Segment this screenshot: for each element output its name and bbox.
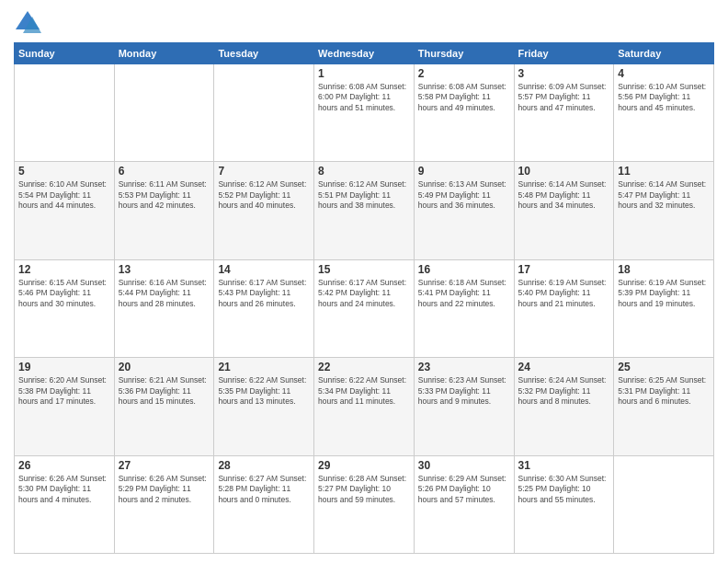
day-number: 1 — [318, 67, 410, 80]
day-number: 13 — [119, 263, 210, 276]
logo — [14, 9, 45, 35]
day-number: 6 — [119, 165, 210, 178]
day-info: Sunrise: 6:14 AM Sunset: 5:47 PM Dayligh… — [618, 179, 710, 211]
calendar-cell: 5Sunrise: 6:10 AM Sunset: 5:54 PM Daylig… — [15, 162, 115, 259]
calendar-cell: 2Sunrise: 6:08 AM Sunset: 5:58 PM Daylig… — [414, 64, 514, 162]
day-number: 18 — [618, 263, 710, 276]
day-number: 20 — [119, 361, 210, 373]
day-number: 12 — [18, 263, 110, 276]
day-number: 31 — [518, 459, 610, 472]
day-number: 17 — [518, 263, 610, 276]
calendar-cell: 4Sunrise: 6:10 AM Sunset: 5:56 PM Daylig… — [614, 64, 714, 162]
calendar-cell: 30Sunrise: 6:29 AM Sunset: 5:26 PM Dayli… — [414, 455, 514, 553]
day-number: 15 — [318, 263, 410, 276]
day-info: Sunrise: 6:29 AM Sunset: 5:26 PM Dayligh… — [418, 474, 510, 505]
day-info: Sunrise: 6:08 AM Sunset: 5:58 PM Dayligh… — [418, 82, 510, 113]
day-number: 4 — [618, 67, 710, 80]
header — [14, 9, 714, 35]
day-number: 7 — [218, 165, 310, 178]
calendar-cell — [614, 455, 714, 553]
calendar-cell: 18Sunrise: 6:19 AM Sunset: 5:39 PM Dayli… — [614, 259, 714, 357]
day-number: 10 — [518, 165, 610, 178]
day-info: Sunrise: 6:12 AM Sunset: 5:51 PM Dayligh… — [318, 179, 410, 211]
day-info: Sunrise: 6:12 AM Sunset: 5:52 PM Dayligh… — [218, 179, 310, 211]
calendar-cell: 21Sunrise: 6:22 AM Sunset: 5:35 PM Dayli… — [214, 358, 314, 455]
day-number: 2 — [418, 67, 510, 80]
day-info: Sunrise: 6:09 AM Sunset: 5:57 PM Dayligh… — [518, 82, 610, 113]
day-info: Sunrise: 6:14 AM Sunset: 5:48 PM Dayligh… — [518, 179, 610, 211]
calendar-cell: 14Sunrise: 6:17 AM Sunset: 5:43 PM Dayli… — [214, 259, 314, 357]
calendar-cell: 1Sunrise: 6:08 AM Sunset: 6:00 PM Daylig… — [314, 64, 415, 162]
day-number: 11 — [618, 165, 710, 178]
day-info: Sunrise: 6:26 AM Sunset: 5:30 PM Dayligh… — [18, 474, 110, 505]
day-info: Sunrise: 6:10 AM Sunset: 5:56 PM Dayligh… — [618, 82, 710, 113]
day-info: Sunrise: 6:27 AM Sunset: 5:28 PM Dayligh… — [218, 474, 310, 505]
day-info: Sunrise: 6:13 AM Sunset: 5:49 PM Dayligh… — [418, 179, 510, 211]
weekday-header-monday: Monday — [114, 43, 214, 64]
calendar-cell: 13Sunrise: 6:16 AM Sunset: 5:44 PM Dayli… — [114, 259, 214, 357]
week-row-2: 5Sunrise: 6:10 AM Sunset: 5:54 PM Daylig… — [15, 162, 714, 259]
day-info: Sunrise: 6:20 AM Sunset: 5:38 PM Dayligh… — [18, 375, 110, 407]
day-number: 8 — [318, 165, 410, 178]
calendar-cell — [114, 64, 214, 162]
calendar-cell: 27Sunrise: 6:26 AM Sunset: 5:29 PM Dayli… — [114, 455, 214, 553]
week-row-1: 1Sunrise: 6:08 AM Sunset: 6:00 PM Daylig… — [15, 64, 714, 162]
day-info: Sunrise: 6:11 AM Sunset: 5:53 PM Dayligh… — [119, 179, 210, 211]
week-row-3: 12Sunrise: 6:15 AM Sunset: 5:46 PM Dayli… — [15, 259, 714, 357]
day-number: 5 — [18, 165, 110, 178]
calendar-cell: 9Sunrise: 6:13 AM Sunset: 5:49 PM Daylig… — [414, 162, 514, 259]
calendar-cell: 29Sunrise: 6:28 AM Sunset: 5:27 PM Dayli… — [314, 455, 415, 553]
calendar-cell: 28Sunrise: 6:27 AM Sunset: 5:28 PM Dayli… — [214, 455, 314, 553]
day-number: 14 — [218, 263, 310, 276]
day-info: Sunrise: 6:10 AM Sunset: 5:54 PM Dayligh… — [18, 179, 110, 211]
calendar-cell: 16Sunrise: 6:18 AM Sunset: 5:41 PM Dayli… — [414, 259, 514, 357]
calendar-table: SundayMondayTuesdayWednesdayThursdayFrid… — [14, 42, 714, 554]
calendar-cell: 7Sunrise: 6:12 AM Sunset: 5:52 PM Daylig… — [214, 162, 314, 259]
weekday-header-friday: Friday — [514, 43, 614, 64]
week-row-5: 26Sunrise: 6:26 AM Sunset: 5:30 PM Dayli… — [15, 455, 714, 553]
day-info: Sunrise: 6:21 AM Sunset: 5:36 PM Dayligh… — [119, 375, 210, 407]
day-number: 29 — [318, 459, 410, 472]
day-info: Sunrise: 6:18 AM Sunset: 5:41 PM Dayligh… — [418, 278, 510, 309]
day-info: Sunrise: 6:17 AM Sunset: 5:43 PM Dayligh… — [218, 278, 310, 309]
day-number: 30 — [418, 459, 510, 472]
day-info: Sunrise: 6:16 AM Sunset: 5:44 PM Dayligh… — [119, 278, 210, 309]
day-number: 26 — [18, 459, 110, 472]
weekday-header-wednesday: Wednesday — [314, 43, 415, 64]
calendar-cell: 10Sunrise: 6:14 AM Sunset: 5:48 PM Dayli… — [514, 162, 614, 259]
calendar-cell: 26Sunrise: 6:26 AM Sunset: 5:30 PM Dayli… — [15, 455, 115, 553]
calendar-cell: 24Sunrise: 6:24 AM Sunset: 5:32 PM Dayli… — [514, 358, 614, 455]
day-number: 28 — [218, 459, 310, 472]
day-info: Sunrise: 6:19 AM Sunset: 5:39 PM Dayligh… — [618, 278, 710, 309]
weekday-header-tuesday: Tuesday — [214, 43, 314, 64]
calendar-cell: 17Sunrise: 6:19 AM Sunset: 5:40 PM Dayli… — [514, 259, 614, 357]
weekday-header-saturday: Saturday — [614, 43, 714, 64]
calendar-cell: 6Sunrise: 6:11 AM Sunset: 5:53 PM Daylig… — [114, 162, 214, 259]
day-number: 3 — [518, 67, 610, 80]
day-number: 23 — [418, 361, 510, 373]
calendar-cell: 22Sunrise: 6:22 AM Sunset: 5:34 PM Dayli… — [314, 358, 415, 455]
calendar-cell: 20Sunrise: 6:21 AM Sunset: 5:36 PM Dayli… — [114, 358, 214, 455]
day-info: Sunrise: 6:22 AM Sunset: 5:35 PM Dayligh… — [218, 375, 310, 407]
day-info: Sunrise: 6:19 AM Sunset: 5:40 PM Dayligh… — [518, 278, 610, 309]
calendar-cell: 15Sunrise: 6:17 AM Sunset: 5:42 PM Dayli… — [314, 259, 415, 357]
calendar-cell: 11Sunrise: 6:14 AM Sunset: 5:47 PM Dayli… — [614, 162, 714, 259]
day-info: Sunrise: 6:22 AM Sunset: 5:34 PM Dayligh… — [318, 375, 410, 407]
day-number: 27 — [119, 459, 210, 472]
calendar-cell: 25Sunrise: 6:25 AM Sunset: 5:31 PM Dayli… — [614, 358, 714, 455]
day-number: 19 — [18, 361, 110, 373]
calendar-cell: 12Sunrise: 6:15 AM Sunset: 5:46 PM Dayli… — [15, 259, 115, 357]
calendar-cell: 31Sunrise: 6:30 AM Sunset: 5:25 PM Dayli… — [514, 455, 614, 553]
day-info: Sunrise: 6:08 AM Sunset: 6:00 PM Dayligh… — [318, 82, 410, 113]
day-info: Sunrise: 6:17 AM Sunset: 5:42 PM Dayligh… — [318, 278, 410, 309]
weekday-header-row: SundayMondayTuesdayWednesdayThursdayFrid… — [15, 43, 714, 64]
day-number: 24 — [518, 361, 610, 373]
calendar-cell — [15, 64, 115, 162]
day-info: Sunrise: 6:23 AM Sunset: 5:33 PM Dayligh… — [418, 375, 510, 407]
calendar-cell: 19Sunrise: 6:20 AM Sunset: 5:38 PM Dayli… — [15, 358, 115, 455]
weekday-header-sunday: Sunday — [15, 43, 115, 64]
day-number: 25 — [618, 361, 710, 373]
day-number: 16 — [418, 263, 510, 276]
day-number: 22 — [318, 361, 410, 373]
day-info: Sunrise: 6:26 AM Sunset: 5:29 PM Dayligh… — [119, 474, 210, 505]
